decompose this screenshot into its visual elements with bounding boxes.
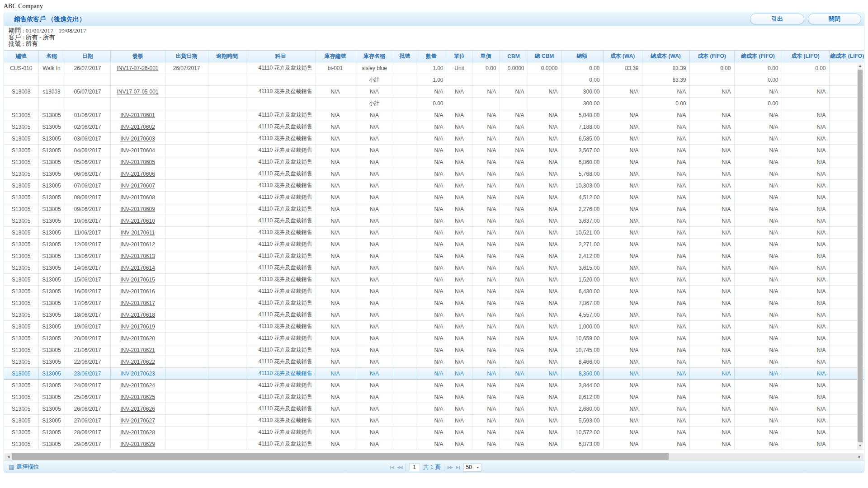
invoice-link[interactable]: INV-20170626 <box>120 406 155 412</box>
horizontal-scrollbar-thumb[interactable] <box>12 453 669 460</box>
subtotal-row[interactable]: 小計0.00300.000.000.00 <box>4 98 864 109</box>
invoice-link[interactable]: INV-20170609 <box>120 206 155 212</box>
invoice-link[interactable]: INV-20170612 <box>120 241 155 248</box>
invoice-link[interactable]: INV-20170615 <box>120 277 155 283</box>
close-button[interactable]: 關閉 <box>808 14 861 24</box>
invoice-link[interactable]: INV-20170605 <box>120 159 155 165</box>
invoice-link[interactable]: INV-20170622 <box>120 359 155 365</box>
invoice-link[interactable]: INV-20170620 <box>120 335 155 342</box>
horizontal-scrollbar[interactable]: ◀ ▶ <box>5 453 863 460</box>
column-header-code[interactable]: 編號 <box>4 51 38 62</box>
table-row[interactable]: S13005S1300526/06/2017INV-2017062641110 … <box>4 403 864 415</box>
invoice-link[interactable]: INV17-07-05-001 <box>117 89 158 95</box>
table-row[interactable]: S13005S1300520/06/2017INV-2017062041110 … <box>4 333 864 344</box>
table-row[interactable]: S13005S1300502/06/2017INV-2017060241110 … <box>4 121 864 133</box>
column-header-total-cost-lifo[interactable]: 總成本 (LIFO) <box>829 51 864 62</box>
table-row[interactable]: S13005S1300521/06/2017INV-2017062141110 … <box>4 344 864 356</box>
invoice-link[interactable]: INV-20170601 <box>120 112 155 118</box>
first-page-icon[interactable]: ◀ <box>389 465 394 469</box>
invoice-link[interactable]: INV-20170610 <box>120 218 155 224</box>
column-header-cbm[interactable]: CBM <box>500 51 528 62</box>
column-header-overdue-time[interactable]: 逾期時間 <box>208 51 246 62</box>
selected-row[interactable]: S13005S1300523/06/2017INV-2017062341110 … <box>4 368 864 380</box>
column-header-unit-price[interactable]: 單價 <box>472 51 500 62</box>
column-header-invoice[interactable]: 發票 <box>110 51 165 62</box>
table-row[interactable]: S13005S1300513/06/2017INV-2017061341110 … <box>4 250 864 262</box>
invoice-link[interactable]: INV-20170628 <box>120 429 155 436</box>
invoice-link[interactable]: INV-20170613 <box>120 253 155 259</box>
column-header-cost-fifo[interactable]: 成本 (FIFO) <box>689 51 734 62</box>
table-row[interactable]: CUS-010Walk In26/07/2017INV17-07-26-0012… <box>4 62 864 74</box>
invoice-link[interactable]: INV-20170625 <box>120 394 155 400</box>
invoice-link[interactable]: INV-20170621 <box>120 347 155 353</box>
invoice-link[interactable]: INV-20170627 <box>120 418 155 424</box>
scroll-up-icon[interactable]: ▲ <box>857 62 863 70</box>
table-row[interactable]: S13005S1300501/06/2017INV-2017060141110 … <box>4 109 864 121</box>
invoice-link[interactable]: INV-20170629 <box>120 441 155 447</box>
invoice-link[interactable]: INV-20170619 <box>120 324 155 330</box>
invoice-link[interactable]: INV17-07-26-001 <box>117 65 158 71</box>
column-header-total-cbm[interactable]: 總 CBM <box>528 51 561 62</box>
table-row[interactable]: S13005S1300522/06/2017INV-2017062241110 … <box>4 356 864 368</box>
vertical-scrollbar-thumb[interactable] <box>858 70 863 442</box>
table-row[interactable]: S13005S1300524/06/2017INV-2017062441110 … <box>4 380 864 391</box>
table-row[interactable]: S13005S1300510/06/2017INV-2017061041110 … <box>4 215 864 227</box>
column-header-cost-lifo[interactable]: 成本 (LIFO) <box>782 51 829 62</box>
table-row[interactable]: S13005S1300517/06/2017INV-2017061741110 … <box>4 297 864 309</box>
invoice-link[interactable]: INV-20170624 <box>120 382 155 389</box>
table-row[interactable]: S13005S1300503/06/2017INV-2017060341110 … <box>4 133 864 145</box>
invoice-link[interactable]: INV-20170611 <box>121 230 155 236</box>
page-number-input[interactable]: 1 <box>409 463 420 471</box>
table-row[interactable]: S13005S1300518/06/2017INV-2017061841110 … <box>4 309 864 321</box>
invoice-link[interactable]: INV-20170608 <box>120 194 155 201</box>
table-row[interactable]: S13005S1300506/06/2017INV-2017060641110 … <box>4 168 864 180</box>
page-size-dropdown[interactable]: 50 ▼ <box>463 463 481 472</box>
table-row[interactable]: S13005S1300515/06/2017INV-2017061541110 … <box>4 274 864 286</box>
invoice-link[interactable]: INV-20170616 <box>120 288 155 295</box>
column-header-ship-date[interactable]: 出貨日期 <box>165 51 208 62</box>
table-row[interactable]: S13005S1300508/06/2017INV-2017060841110 … <box>4 192 864 203</box>
table-row[interactable]: S13005S1300514/06/2017INV-2017061441110 … <box>4 262 864 274</box>
invoice-link[interactable]: INV-20170606 <box>120 171 155 177</box>
vertical-scrollbar[interactable]: ▲ ▼ <box>857 62 863 450</box>
table-row[interactable]: S13005S1300505/06/2017INV-2017060541110 … <box>4 156 864 168</box>
table-row[interactable]: S13005S1300504/06/2017INV-2017060441110 … <box>4 145 864 156</box>
invoice-link[interactable]: INV-20170618 <box>120 312 155 318</box>
export-button[interactable]: 引出 <box>750 14 804 24</box>
column-header-amount[interactable]: 總額 <box>561 51 603 62</box>
scroll-right-icon[interactable]: ▶ <box>856 453 863 460</box>
invoice-link[interactable]: INV-20170602 <box>120 124 155 130</box>
table-row[interactable]: S13005S1300511/06/2017INV-2017061141110 … <box>4 227 864 239</box>
select-columns-button[interactable]: ▦ 選擇欄位 <box>9 463 39 471</box>
column-header-unit[interactable]: 單位 <box>447 51 472 62</box>
invoice-link[interactable]: INV-20170603 <box>120 136 155 142</box>
table-row[interactable]: S13005S1300527/06/2017INV-2017062741110 … <box>4 415 864 427</box>
scroll-down-icon[interactable]: ▼ <box>857 442 863 450</box>
table-row[interactable]: S13005S1300528/06/2017INV-2017062841110 … <box>4 427 864 438</box>
column-header-qty[interactable]: 數量 <box>416 51 447 62</box>
subtotal-row[interactable]: 小計1.000.0083.390.00 <box>4 74 864 86</box>
table-row[interactable]: S13005S1300507/06/2017INV-2017060741110 … <box>4 180 864 192</box>
invoice-link[interactable]: INV-20170623 <box>120 371 155 377</box>
column-header-total-cost-fifo[interactable]: 總成本 (FIFO) <box>734 51 782 62</box>
table-row[interactable]: S13003s1300305/07/2017INV17-07-05-001411… <box>4 86 864 98</box>
column-header-batch[interactable]: 批號 <box>394 51 416 62</box>
invoice-link[interactable]: INV-20170607 <box>120 183 155 189</box>
column-header-date[interactable]: 日期 <box>65 51 110 62</box>
column-header-cost-wa[interactable]: 成本 (WA) <box>603 51 642 62</box>
table-row[interactable]: S13005S1300519/06/2017INV-2017061941110 … <box>4 321 864 333</box>
scroll-left-icon[interactable]: ◀ <box>5 453 12 460</box>
column-header-stock-code[interactable]: 庫存編號 <box>316 51 355 62</box>
column-header-name[interactable]: 名稱 <box>38 51 65 62</box>
prev-page-icon[interactable]: ◀◀ <box>397 465 402 469</box>
table-row[interactable]: S13005S1300529/06/2017INV-2017062941110 … <box>4 438 864 450</box>
invoice-link[interactable]: INV-20170614 <box>120 265 155 271</box>
table-row[interactable]: S13005S1300525/06/2017INV-2017062541110 … <box>4 391 864 403</box>
table-row[interactable]: S13005S1300512/06/2017INV-2017061241110 … <box>4 239 864 250</box>
column-header-total-cost-wa[interactable]: 總成本 (WA) <box>642 51 689 62</box>
invoice-link[interactable]: INV-20170604 <box>120 147 155 154</box>
invoice-link[interactable]: INV-20170617 <box>120 300 155 306</box>
last-page-icon[interactable]: ▶ <box>456 465 461 469</box>
column-header-account[interactable]: 科目 <box>246 51 316 62</box>
table-row[interactable]: S13005S1300509/06/2017INV-2017060941110 … <box>4 203 864 215</box>
